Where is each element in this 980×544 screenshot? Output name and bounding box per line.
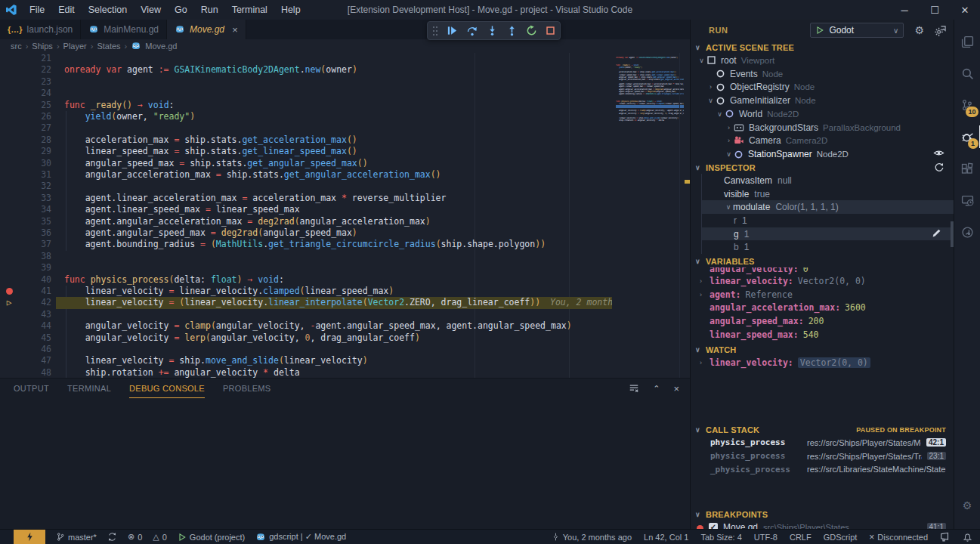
panel-tab-problems[interactable]: PROBLEMS: [223, 379, 271, 398]
chevron-down-icon[interactable]: ∨: [724, 203, 733, 211]
inspector-prop-visible[interactable]: visibletrue: [701, 187, 954, 201]
tab-mainmenu-gd[interactable]: MainMenu.gd: [81, 20, 167, 39]
variable-linear_velocity[interactable]: ›linear_velocity:Vector2(0, 0): [691, 274, 954, 288]
code-line-48[interactable]: 48ship.rotation += angular_velocity * de…: [0, 367, 612, 378]
code-line-37[interactable]: 37agent.bounding_radius = (MathUtils.get…: [0, 239, 612, 250]
line-number[interactable]: 37: [0, 239, 51, 250]
line-number[interactable]: 44: [0, 320, 51, 332]
scene-node-stationspawner[interactable]: ∨StationSpawnerNode2D: [691, 147, 954, 161]
variable-angular_speed_max[interactable]: angular_speed_max:200: [691, 314, 954, 328]
statusbar-lsp-connection[interactable]: ×Disconnected: [869, 533, 928, 542]
statusbar-godot-project[interactable]: Godot (project): [178, 533, 245, 542]
code-line-26[interactable]: 26yield(owner, "ready"): [0, 111, 612, 122]
line-number[interactable]: 22: [0, 64, 51, 76]
overview-ruler[interactable]: [679, 53, 690, 378]
menu-run[interactable]: Run: [194, 0, 225, 20]
stack-frame-0[interactable]: physics_processres://src/Ships/Player/St…: [691, 436, 954, 450]
statusbar-language-status[interactable]: gdscript | ✓ Move.gd: [255, 532, 346, 542]
line-number[interactable]: 26: [0, 111, 51, 122]
code-line-43[interactable]: 43: [0, 309, 612, 320]
clear-console-button[interactable]: [629, 383, 639, 394]
step-into-button[interactable]: [487, 25, 498, 36]
breadcrumb[interactable]: src›Ships›Player›States›Move.gd: [0, 39, 690, 53]
activity-remote-explorer[interactable]: [954, 184, 980, 216]
chevron-right-icon[interactable]: ›: [700, 277, 709, 285]
line-number[interactable]: 21: [0, 53, 51, 64]
line-number[interactable]: 48: [0, 367, 51, 378]
statusbar-remote-indicator[interactable]: [14, 530, 45, 544]
code-line-23[interactable]: 23: [0, 76, 612, 88]
breadcrumb-item[interactable]: Ships: [32, 42, 53, 51]
menu-help[interactable]: Help: [274, 0, 308, 20]
chevron-down-icon[interactable]: ∨: [715, 110, 725, 118]
code-line-25[interactable]: 25func _ready() → void:: [0, 100, 612, 111]
statusbar-encoding[interactable]: UTF-8: [754, 533, 778, 542]
line-number[interactable]: 29: [0, 146, 51, 157]
activity-godot-tools[interactable]: [954, 216, 980, 248]
line-number[interactable]: 32: [0, 181, 51, 192]
tab-close-icon[interactable]: ×: [232, 24, 238, 36]
stop-button[interactable]: [546, 26, 555, 36]
chevron-down-icon[interactable]: ∨: [724, 150, 734, 158]
inspector-prop-modulate[interactable]: ∨modulateColor(1, 1, 1, 1): [701, 200, 954, 214]
inspector-prop-g[interactable]: g1: [701, 227, 954, 241]
code-line-21[interactable]: 21: [0, 53, 612, 64]
maximize-button[interactable]: ☐: [920, 0, 950, 20]
chevron-right-icon[interactable]: ›: [700, 291, 709, 298]
line-number[interactable]: 24: [0, 88, 51, 99]
line-number[interactable]: 40: [0, 274, 51, 286]
scene-node-world[interactable]: ∨WorldNode2D: [691, 107, 954, 121]
breadcrumb-item[interactable]: States: [97, 42, 120, 51]
chevron-right-icon[interactable]: ›: [724, 137, 734, 144]
code-line-41[interactable]: 41linear_velocity = linear_velocity.clam…: [0, 286, 612, 297]
inspector-prop-canvasitem[interactable]: CanvasItemnull: [701, 174, 954, 187]
code-line-33[interactable]: 33agent.linear_acceleration_max = accele…: [0, 193, 612, 204]
code-line-30[interactable]: 30angular_speed_max = ship.stats.get_ang…: [0, 158, 612, 169]
activity-explorer[interactable]: [954, 26, 980, 57]
code-line-32[interactable]: 32: [0, 181, 612, 192]
minimize-button[interactable]: ─: [889, 0, 920, 20]
code-line-28[interactable]: 28acceleration_max = ship.stats.get_acce…: [0, 134, 612, 146]
section-call-stack[interactable]: ∨CALL STACKPAUSED ON BREAKPOINT: [691, 423, 954, 436]
code-editor[interactable]: 2122onready var agent := GSAIKinematicBo…: [0, 53, 690, 378]
code-line-42[interactable]: ▷42linear_velocity = (linear_velocity.li…: [0, 297, 612, 308]
code-line-29[interactable]: 29linear_speed_max = ship.stats.get_line…: [0, 146, 612, 157]
code-line-40[interactable]: 40func physics_process(delta: float) → v…: [0, 274, 612, 286]
chevron-down-icon[interactable]: ∨: [706, 97, 716, 104]
scene-node-root[interactable]: ∨rootViewport: [691, 54, 954, 67]
inspector-prop-r[interactable]: r1: [701, 214, 954, 227]
edit-pencil-icon[interactable]: [932, 228, 941, 240]
code-line-22[interactable]: 22onready var agent := GSAIKinematicBody…: [0, 64, 612, 76]
code-line-35[interactable]: 35agent.angular_acceleration_max = deg2r…: [0, 216, 612, 227]
variable-angular_velocity[interactable]: angular_velocity:0: [691, 267, 954, 274]
line-number[interactable]: 30: [0, 158, 51, 169]
close-button[interactable]: ✕: [950, 0, 980, 20]
statusbar-feedback[interactable]: [940, 532, 951, 542]
line-number[interactable]: 38: [0, 251, 51, 262]
restart-button[interactable]: [526, 25, 537, 36]
code-line-44[interactable]: 44angular_velocity = clamp(angular_veloc…: [0, 320, 612, 332]
code-line-39[interactable]: 39: [0, 262, 612, 274]
line-number[interactable]: 43: [0, 309, 51, 320]
maximize-panel-button[interactable]: ⌃: [653, 385, 660, 393]
section-watch[interactable]: ∨WATCH: [691, 343, 954, 356]
code-line-34[interactable]: 34agent.linear_speed_max = linear_speed_…: [0, 204, 612, 215]
panel-tab-output[interactable]: OUTPUT: [14, 379, 49, 398]
line-number[interactable]: 41: [0, 286, 51, 297]
chevron-right-icon[interactable]: ›: [724, 124, 734, 131]
activity-manage[interactable]: ⚙: [954, 490, 980, 521]
breakpoint-item[interactable]: ✓Move.gdsrc\Ships\Player\States41:1: [691, 521, 954, 529]
close-panel-button[interactable]: ×: [673, 384, 679, 394]
activity-search[interactable]: [954, 57, 980, 89]
scene-node-gameinitializer[interactable]: ∨GameInitializerNode: [691, 94, 954, 107]
menu-terminal[interactable]: Terminal: [225, 0, 274, 20]
section-inspector[interactable]: ∨INSPECTOR: [691, 161, 954, 174]
open-launch-config-button[interactable]: [935, 25, 946, 36]
code-line-38[interactable]: 38: [0, 251, 612, 262]
breadcrumb-item[interactable]: Player: [63, 42, 87, 51]
panel-tab-terminal[interactable]: TERMINAL: [67, 379, 111, 398]
line-number[interactable]: 36: [0, 227, 51, 239]
menu-edit[interactable]: Edit: [51, 0, 82, 20]
statusbar-errors[interactable]: ⊗0: [128, 533, 142, 542]
line-number[interactable]: 39: [0, 262, 51, 274]
